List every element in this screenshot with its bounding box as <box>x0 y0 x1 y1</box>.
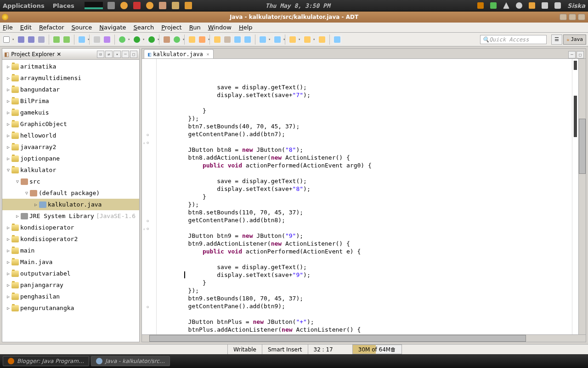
tool-button[interactable] <box>77 35 86 44</box>
quick-access-input[interactable]: 🔍 Quick Access <box>480 35 547 44</box>
os-places-menu[interactable]: Places <box>53 2 74 9</box>
close-tab-icon[interactable]: ✕ <box>207 52 209 57</box>
chat-icon[interactable] <box>554 2 561 9</box>
debug-button[interactable] <box>118 35 127 44</box>
menu-run[interactable]: Run <box>189 24 201 31</box>
tree-node[interactable]: ▷BilPrima <box>2 95 139 107</box>
tray-app-icon[interactable] <box>172 2 179 9</box>
tree-node[interactable]: ▷outputvariabel <box>2 268 139 279</box>
tree-node[interactable]: ▷pengurutanangka <box>2 302 139 314</box>
tree-node[interactable]: ▷penghasilan <box>2 291 139 302</box>
nav-back-button[interactable] <box>288 35 297 44</box>
editor-tab[interactable]: ◧ kalkulator.java ✕ <box>144 49 214 58</box>
new-package-button[interactable] <box>162 35 171 44</box>
menu-source[interactable]: Source <box>72 24 92 31</box>
tree-node[interactable]: ▷aritmatika <box>2 61 139 72</box>
volume-icon[interactable] <box>503 2 509 9</box>
tree-node[interactable]: ▷JRE System Library[JavaSE-1.6 <box>2 210 139 222</box>
menu-refactor[interactable]: Refactor <box>39 24 64 31</box>
run-last-button[interactable] <box>147 35 156 44</box>
tree-node[interactable]: ▷panjangarray <box>2 279 139 291</box>
network-icon[interactable] <box>516 2 522 9</box>
minimize-editor-button[interactable]: ─ <box>568 51 576 58</box>
tree-node[interactable]: ▷bangundatar <box>2 84 139 95</box>
tree-node[interactable]: ▷kalkulator.java <box>2 199 139 210</box>
tray-app-icon[interactable] <box>133 2 141 9</box>
tray-app-icon[interactable] <box>107 2 115 9</box>
new-button[interactable] <box>2 35 11 44</box>
menu-edit[interactable]: Edit <box>20 24 32 31</box>
maximize-editor-button[interactable]: □ <box>577 51 584 58</box>
code-editor[interactable]: save = display.getText(); display.setTex… <box>157 59 572 334</box>
view-menu-button[interactable]: ▾ <box>113 51 121 58</box>
maximize-view-button[interactable]: □ <box>130 51 137 58</box>
window-minimize-button[interactable] <box>560 14 567 20</box>
print-button[interactable] <box>37 35 46 44</box>
menu-file[interactable]: File <box>3 24 13 31</box>
menu-help[interactable]: Help <box>239 24 253 31</box>
window-maximize-button[interactable] <box>569 14 576 20</box>
tool-button[interactable] <box>243 35 252 44</box>
tool-button[interactable] <box>317 35 327 44</box>
system-monitor-icon[interactable] <box>85 2 103 9</box>
collapse-all-button[interactable]: ⊟ <box>97 51 104 58</box>
tool-button[interactable] <box>198 35 207 44</box>
tree-node[interactable]: ▽kalkulator <box>2 164 139 176</box>
search-button[interactable] <box>213 35 222 44</box>
tray-status-icon[interactable] <box>529 2 535 9</box>
save-all-button[interactable] <box>27 35 36 44</box>
tree-node[interactable]: ▷helloworld <box>2 130 139 141</box>
tool-button[interactable] <box>52 35 61 44</box>
window-close-button[interactable] <box>578 14 585 20</box>
tree-node[interactable]: ▷joptionpane <box>2 153 139 164</box>
tray-app-icon[interactable] <box>185 2 192 9</box>
editor-vscrollbar[interactable] <box>578 59 586 334</box>
menu-project[interactable]: Project <box>161 24 182 31</box>
tree-node[interactable]: ▷kondisioperator2 <box>2 233 139 245</box>
open-perspective-button[interactable]: ☰ <box>551 34 562 45</box>
heap-status[interactable]: 30M of 64M 🗑 <box>352 345 402 354</box>
tray-status-icon[interactable] <box>477 2 484 9</box>
window-titlebar[interactable]: Java - kalkulator/src/kalkulator.java - … <box>0 12 588 23</box>
tree-node[interactable]: ▷GraphicObject <box>2 118 139 130</box>
tool-button[interactable] <box>333 35 342 44</box>
taskbar-item[interactable]: Java - kalkulator/src… <box>91 356 170 366</box>
link-editor-button[interactable]: ⇄ <box>105 51 113 58</box>
project-tree[interactable]: ▷aritmatika▷arraymultidimensi▷bangundata… <box>2 60 139 342</box>
minimize-view-button[interactable]: ─ <box>122 51 129 58</box>
run-button[interactable] <box>132 35 141 44</box>
tool-button[interactable] <box>102 35 112 44</box>
open-type-button[interactable] <box>187 35 197 44</box>
tree-node[interactable]: ▷gamekuis <box>2 107 139 118</box>
tree-node[interactable]: ▷kondisioperator <box>2 222 139 233</box>
tree-node[interactable]: ▽src <box>2 176 139 187</box>
tool-button[interactable] <box>223 35 232 44</box>
tool-button[interactable] <box>273 35 282 44</box>
tree-node[interactable]: ▽(default package) <box>2 187 139 199</box>
os-clock[interactable]: Thu May 8, 3:50 PM <box>266 2 330 9</box>
tray-app-icon[interactable] <box>120 2 128 9</box>
tree-node[interactable]: ▷arraymultidimensi <box>2 72 139 84</box>
editor-gutter[interactable]: ⊖ ▵ ⊖ ⊖ ▵ ⊖ ⊖ <box>142 59 157 334</box>
tree-node[interactable]: ▷main <box>2 245 139 256</box>
wifi-icon[interactable] <box>542 2 548 9</box>
menu-search[interactable]: Search <box>134 24 154 31</box>
nav-forward-button[interactable] <box>303 35 312 44</box>
save-button[interactable] <box>17 35 26 44</box>
os-applications-menu[interactable]: Applications <box>3 2 45 9</box>
tool-button[interactable] <box>62 35 71 44</box>
java-perspective-button[interactable]: ☕Java <box>563 34 586 45</box>
tray-app-icon[interactable] <box>159 2 166 9</box>
tray-app-icon[interactable] <box>146 2 153 9</box>
taskbar-item[interactable]: Blogger: Java Program… <box>3 356 89 366</box>
overview-ruler[interactable] <box>572 59 578 334</box>
tree-node[interactable]: ▷javaarray2 <box>2 141 139 153</box>
tool-button[interactable] <box>92 35 102 44</box>
tree-node[interactable]: ▷Main.java <box>2 256 139 268</box>
menu-navigate[interactable]: Navigate <box>99 24 126 31</box>
tool-button[interactable] <box>233 35 242 44</box>
tray-status-icon[interactable] <box>490 2 497 9</box>
new-class-button[interactable] <box>172 35 181 44</box>
editor-hscrollbar[interactable] <box>142 334 586 342</box>
tool-button[interactable] <box>258 35 267 44</box>
